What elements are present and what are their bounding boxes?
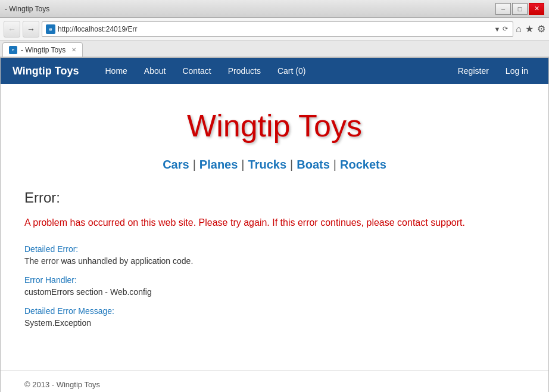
title-bar-left: - Wingtip Toys <box>5 5 49 13</box>
tab-close-icon[interactable]: ✕ <box>71 46 76 53</box>
error-message: A problem has occurred on this web site.… <box>24 216 477 230</box>
footer-text: © 2013 - Wingtip Toys <box>24 380 100 389</box>
home-icon[interactable]: ⌂ <box>516 24 522 35</box>
cat-cars[interactable]: Cars <box>163 158 189 172</box>
category-links: Cars | Planes | Trucks | Boats | Rockets <box>24 158 525 172</box>
title-bar-controls: – □ ✕ <box>495 3 544 15</box>
main-content: Wingtip Toys Cars | Planes | Trucks | Bo… <box>1 84 548 370</box>
tools-icon[interactable]: ⚙ <box>537 23 545 35</box>
restore-button[interactable]: □ <box>512 3 528 15</box>
nav-contact[interactable]: Contact <box>174 58 219 84</box>
site-brand[interactable]: Wingtip Toys <box>13 65 79 77</box>
error-message-value: System.Exception <box>24 318 525 328</box>
favorites-icon[interactable]: ★ <box>525 23 534 35</box>
search-dropdown-icon[interactable]: ▼ <box>492 26 501 33</box>
page-icon: e <box>46 24 55 34</box>
address-input-wrap: e http://localhost:24019/Err ▼ ⟳ <box>42 21 513 37</box>
cat-rockets[interactable]: Rockets <box>340 158 386 172</box>
forward-button[interactable]: → <box>23 21 39 38</box>
nav-cart[interactable]: Cart (0) <box>269 58 314 84</box>
nav-about[interactable]: About <box>136 58 174 84</box>
browser-tab[interactable]: e - Wingtip Toys ✕ <box>2 42 83 57</box>
handler-label: Error Handler: <box>24 275 525 285</box>
cat-sep-2: | <box>241 158 244 172</box>
tab-bar: e - Wingtip Toys ✕ <box>0 41 549 57</box>
cat-planes[interactable]: Planes <box>199 158 238 172</box>
nav-register[interactable]: Register <box>450 58 497 84</box>
refresh-button[interactable]: ⟳ <box>501 25 509 33</box>
detailed-error-label: Detailed Error: <box>24 244 525 254</box>
nav-login[interactable]: Log in <box>497 58 536 84</box>
cat-sep-3: | <box>290 158 293 172</box>
close-button[interactable]: ✕ <box>529 3 544 15</box>
tab-favicon: e <box>9 46 17 54</box>
nav-products[interactable]: Products <box>220 58 269 84</box>
tab-title: - Wingtip Toys <box>21 46 65 54</box>
site-footer: © 2013 - Wingtip Toys <box>1 370 548 392</box>
address-text[interactable]: http://localhost:24019/Err <box>58 25 492 33</box>
title-bar: - Wingtip Toys – □ ✕ <box>0 0 549 18</box>
cat-boats[interactable]: Boats <box>297 158 330 172</box>
error-message-label: Detailed Error Message: <box>24 306 525 316</box>
browser-content: Wingtip Toys Home About Contact Products… <box>0 57 549 392</box>
error-heading: Error: <box>24 189 525 206</box>
site-nav: Wingtip Toys Home About Contact Products… <box>1 58 548 84</box>
nav-right: Register Log in <box>450 58 536 84</box>
error-section: Error: A problem has occurred on this we… <box>24 189 525 328</box>
site-title: Wingtip Toys <box>24 108 525 144</box>
cat-sep-4: | <box>333 158 336 172</box>
detailed-error-value: The error was unhandled by application c… <box>24 256 525 266</box>
toolbar-icons: ⌂ ★ ⚙ <box>516 23 545 35</box>
address-bar: ← → e http://localhost:24019/Err ▼ ⟳ ⌂ ★… <box>0 18 549 41</box>
browser-window: - Wingtip Toys – □ ✕ ← → e http://localh… <box>0 0 549 392</box>
nav-home[interactable]: Home <box>97 58 136 84</box>
nav-links: Home About Contact Products Cart (0) <box>97 58 450 84</box>
window-title: - Wingtip Toys <box>5 5 49 13</box>
handler-value: customErrors section - Web.config <box>24 287 525 297</box>
cat-sep-1: | <box>193 158 196 172</box>
cat-trucks[interactable]: Trucks <box>248 158 286 172</box>
back-button[interactable]: ← <box>4 21 20 38</box>
minimize-button[interactable]: – <box>495 3 511 15</box>
